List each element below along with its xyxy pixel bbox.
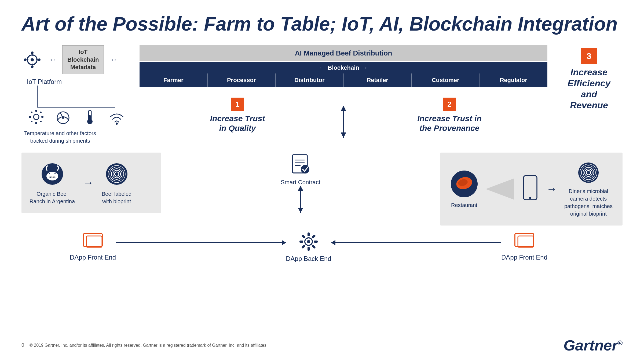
svg-point-30: [46, 172, 58, 180]
arrow-phone-to-bioprint: →: [546, 183, 557, 195]
sensor-wifi-icon: [107, 108, 126, 126]
svg-marker-56: [486, 178, 514, 200]
svg-point-14: [35, 122, 37, 124]
restaurant-icon-wrap: Restaurant: [448, 169, 480, 209]
metadata-line2: Blockchain: [67, 56, 99, 64]
scan-result-icon: [576, 161, 601, 185]
svg-point-15: [31, 112, 32, 113]
svg-marker-27: [341, 106, 346, 111]
blockchain-label: Blockchain: [328, 64, 359, 71]
dapp-left: DApp Front End: [70, 232, 116, 261]
svg-marker-28: [341, 132, 346, 138]
steak-icon: [448, 169, 480, 199]
metadata-line1: IoT: [67, 48, 99, 56]
svg-point-11: [35, 110, 37, 112]
sensors-label: Temperature and other factorstracked dur…: [24, 130, 96, 145]
page-number: 0: [21, 342, 24, 348]
trust-provenance-title: Increase Trust inthe Provenance: [417, 114, 482, 133]
svg-point-38: [54, 173, 56, 174]
diagram-area: ↔ IoT Blockchain Metadata ↔ IoT Platform: [21, 45, 623, 145]
dapp-row: DApp Front End DApp Back End: [21, 231, 623, 263]
svg-point-17: [31, 121, 32, 122]
left-arrow-iot: ↔: [49, 56, 56, 64]
dapp-backend-icon: [298, 231, 319, 252]
registered-mark: ®: [618, 339, 623, 346]
copyright-text: © 2019 Gartner, Inc. and/or its affiliat…: [30, 343, 268, 348]
blockchain-right-arrow: →: [362, 64, 368, 71]
smart-contract-area: Smart Contract: [281, 153, 320, 186]
svg-point-18: [40, 121, 42, 122]
bc-col-distributor: Distributor: [276, 73, 344, 87]
svg-rect-72: [308, 232, 310, 236]
trust-quality-box: 1 Increase Trustin Quality: [140, 92, 335, 138]
bc-col-regulator: Regulator: [480, 73, 548, 87]
dapp-right: DApp Front End: [501, 232, 547, 261]
svg-rect-75: [312, 245, 316, 249]
scan-result-icon-wrap: Diner's microbial camera detectspathogen…: [562, 161, 614, 217]
sensor-thermometer-icon: [80, 108, 99, 126]
efficiency-panel: 3 IncreaseEfficiencyandRevenue: [547, 45, 623, 145]
efficiency-title: IncreaseEfficiencyandRevenue: [568, 67, 610, 110]
bioprint-icon-wrap: Beef labeledwith bioprint: [102, 161, 131, 205]
svg-rect-73: [312, 234, 316, 239]
svg-point-1: [31, 58, 34, 61]
bc-col-customer: Customer: [412, 73, 480, 87]
svg-point-10: [34, 114, 39, 120]
bc-col-processor: Processor: [208, 73, 276, 87]
dapp-front-end-right-label: DApp Front End: [501, 254, 547, 261]
smart-contract-icon: [288, 153, 313, 177]
svg-point-39: [106, 163, 127, 185]
bc-col-retailer: Retailer: [344, 73, 412, 87]
svg-point-71: [307, 240, 310, 243]
trust-provenance-box: 2 Increase Trust inthe Provenance: [352, 92, 547, 138]
efficiency-badge: 3: [581, 48, 597, 64]
svg-marker-52: [298, 208, 303, 213]
metadata-line3: Metadata: [67, 64, 99, 71]
restaurant-label: Restaurant: [451, 201, 477, 209]
svg-rect-77: [301, 245, 306, 249]
svg-point-33: [50, 177, 51, 178]
trust-vertical-arrow: [335, 92, 352, 138]
svg-point-2: [31, 51, 34, 54]
blockchain-left-arrow: ←: [319, 64, 325, 71]
page-title: Art of the Possible: Farm to Table; IoT,…: [21, 13, 623, 35]
sensors-row: [27, 108, 126, 126]
lower-right-box: Restaurant →: [440, 153, 623, 226]
svg-point-24: [87, 119, 93, 124]
cow-icon: [39, 161, 66, 187]
main-container: Art of the Possible: Farm to Table; IoT,…: [0, 0, 644, 362]
svg-point-25: [116, 123, 118, 125]
svg-point-12: [29, 116, 31, 118]
dapp-frontend-left-icon: [82, 232, 104, 251]
dapp-line-right: [331, 242, 501, 243]
trust-provenance-badge: 2: [443, 98, 456, 111]
trust-quality-badge: 1: [231, 98, 244, 111]
right-section: AI Managed Beef Distribution ← Blockchai…: [134, 45, 547, 145]
footer: 0 © 2019 Gartner, Inc. and/or its affili…: [21, 337, 623, 354]
svg-rect-58: [525, 178, 536, 195]
dapp-back-end-label: DApp Back End: [286, 255, 331, 263]
svg-point-4: [24, 58, 27, 61]
blockchain-columns: Farmer Processor Distributor Retailer Cu…: [140, 73, 547, 87]
svg-point-21: [62, 117, 64, 119]
metadata-box: IoT Blockchain Metadata: [62, 45, 104, 74]
svg-marker-51: [298, 186, 303, 191]
diner-label: Diner's microbial camera detectspathogen…: [562, 187, 614, 217]
smart-contract-vertical-arrow: [295, 186, 306, 213]
svg-rect-74: [314, 241, 318, 243]
dapp-center: DApp Back End: [286, 231, 331, 263]
phone-icon-wrap: [519, 174, 541, 204]
lower-center: Smart Contract: [166, 153, 435, 213]
dapp-frontend-right-icon: [514, 232, 535, 251]
iot-section: ↔ IoT Blockchain Metadata ↔ IoT Platform: [21, 45, 134, 145]
arrow-right: [282, 240, 286, 245]
svg-point-34: [53, 177, 54, 178]
trust-row: 1 Increase Trustin Quality: [140, 92, 547, 138]
arrow-left: [331, 240, 335, 245]
iot-top-row: ↔ IoT Blockchain Metadata ↔: [21, 45, 119, 74]
iot-vertical-line: [37, 86, 38, 107]
bc-col-farmer: Farmer: [140, 73, 208, 87]
ranch-label: Organic BeefRanch in Argentina: [30, 190, 75, 205]
svg-point-49: [301, 165, 309, 173]
svg-point-3: [31, 65, 34, 68]
